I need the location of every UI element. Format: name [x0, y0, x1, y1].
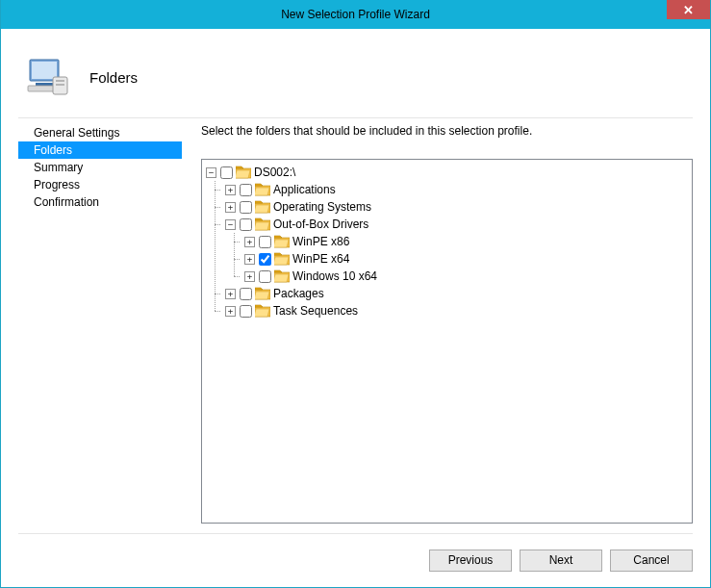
sidebar-item-general-settings[interactable]: General Settings	[18, 124, 182, 141]
button-row: Previous Next Cancel	[18, 534, 693, 575]
svg-rect-6	[56, 84, 64, 86]
expand-icon[interactable]: +	[225, 289, 236, 299]
page-title: Folders	[89, 69, 138, 86]
sidebar-item-progress[interactable]: Progress	[18, 176, 182, 193]
wizard-window: New Selection Profile Wizard ✕	[0, 0, 711, 588]
folder-icon	[255, 217, 270, 231]
tree-node: +WinPE x86	[244, 233, 688, 250]
tree-node: +Applications	[225, 181, 688, 198]
close-icon: ✕	[683, 3, 694, 17]
tree-node: +Operating Systems	[225, 198, 688, 216]
titlebar: New Selection Profile Wizard ✕	[1, 0, 710, 29]
collapse-icon[interactable]: −	[206, 167, 216, 178]
tree-node-row[interactable]: +Packages	[225, 285, 688, 302]
tree-node-label: Packages	[273, 287, 324, 300]
tree-node-checkbox[interactable]	[240, 184, 252, 196]
dialog-inner: Folders General SettingsFoldersSummaryPr…	[18, 46, 693, 575]
folder-icon	[255, 304, 270, 318]
folder-icon	[255, 200, 270, 214]
tree-node-row[interactable]: +Operating Systems	[225, 198, 688, 216]
cancel-button[interactable]: Cancel	[610, 550, 693, 572]
sidebar-item-folders[interactable]: Folders	[18, 141, 182, 159]
close-button[interactable]: ✕	[667, 0, 710, 19]
sidebar-item-label: Confirmation	[34, 195, 99, 209]
folder-icon	[255, 287, 270, 300]
tree-node-row[interactable]: +Windows 10 x64	[244, 268, 688, 285]
folder-icon	[274, 235, 290, 248]
folder-icon	[255, 183, 270, 196]
folder-icon	[274, 252, 290, 266]
tree-node-label: Task Sequences	[273, 304, 358, 318]
sidebar-item-confirmation[interactable]: Confirmation	[18, 193, 182, 211]
sidebar-item-label: General Settings	[34, 126, 119, 140]
tree-node: +WinPE x64	[244, 250, 688, 268]
tree-node: +Packages	[225, 285, 688, 302]
tree-node-checkbox[interactable]	[240, 218, 252, 231]
dialog-body: Folders General SettingsFoldersSummaryPr…	[1, 29, 710, 587]
expand-icon[interactable]: +	[225, 185, 236, 195]
folder-icon	[236, 166, 251, 179]
tree-node-row[interactable]: +WinPE x86	[244, 233, 688, 250]
instruction-text: Select the folders that should be includ…	[201, 124, 693, 138]
content-row: General SettingsFoldersSummaryProgressCo…	[18, 117, 693, 524]
tree-node-checkbox[interactable]	[259, 270, 271, 283]
tree-node-checkbox[interactable]	[220, 166, 233, 179]
tree-node-checkbox[interactable]	[240, 305, 252, 318]
previous-button[interactable]: Previous	[429, 550, 512, 572]
tree-node-label: WinPE x64	[292, 252, 349, 266]
tree-node-checkbox[interactable]	[240, 288, 252, 300]
tree-node-label: Operating Systems	[273, 200, 371, 214]
tree-node-label: Applications	[273, 183, 336, 196]
tree-node-row[interactable]: +Applications	[225, 181, 688, 198]
tree-node-row[interactable]: −DS002:\	[206, 164, 688, 181]
tree-node-row[interactable]: +WinPE x64	[244, 250, 688, 268]
expand-icon[interactable]: +	[225, 306, 236, 317]
expand-icon[interactable]: +	[244, 271, 255, 282]
window-title: New Selection Profile Wizard	[281, 8, 430, 21]
main-panel: Select the folders that should be includ…	[182, 118, 693, 524]
sidebar-item-label: Summary	[34, 161, 83, 174]
sidebar-item-label: Folders	[34, 143, 72, 157]
sidebar-item-summary[interactable]: Summary	[18, 159, 182, 176]
collapse-icon[interactable]: −	[225, 219, 236, 230]
tree-node: −Out-of-Box Drivers+WinPE x86+WinPE x64+…	[225, 216, 688, 285]
tree-node-checkbox[interactable]	[259, 236, 271, 248]
tree-node: −DS002:\+Applications+Operating Systems−…	[206, 164, 688, 320]
svg-rect-5	[56, 80, 64, 82]
wizard-step-sidebar: General SettingsFoldersSummaryProgressCo…	[18, 118, 182, 524]
tree-node: +Windows 10 x64	[244, 268, 688, 285]
sidebar-item-label: Progress	[34, 178, 80, 192]
expand-icon[interactable]: +	[244, 254, 255, 265]
expand-icon[interactable]: +	[244, 237, 255, 247]
tree-node-checkbox[interactable]	[259, 253, 271, 266]
tree-node-row[interactable]: +Task Sequences	[225, 302, 688, 320]
tree-node-row[interactable]: −Out-of-Box Drivers	[225, 216, 688, 233]
tree-node: +Task Sequences	[225, 302, 688, 320]
tree-node-label: Windows 10 x64	[292, 269, 377, 283]
computer-icon	[24, 54, 70, 100]
tree-node-label: DS002:\	[254, 166, 295, 179]
folder-icon	[274, 269, 290, 283]
tree-node-checkbox[interactable]	[240, 201, 252, 214]
tree-node-label: WinPE x86	[292, 235, 349, 248]
expand-icon[interactable]: +	[225, 202, 236, 213]
next-button[interactable]: Next	[520, 550, 602, 572]
folder-tree[interactable]: −DS002:\+Applications+Operating Systems−…	[201, 159, 693, 524]
tree-node-label: Out-of-Box Drivers	[273, 217, 368, 231]
svg-rect-2	[36, 83, 53, 86]
header-area: Folders	[18, 46, 693, 117]
svg-rect-1	[32, 62, 57, 79]
